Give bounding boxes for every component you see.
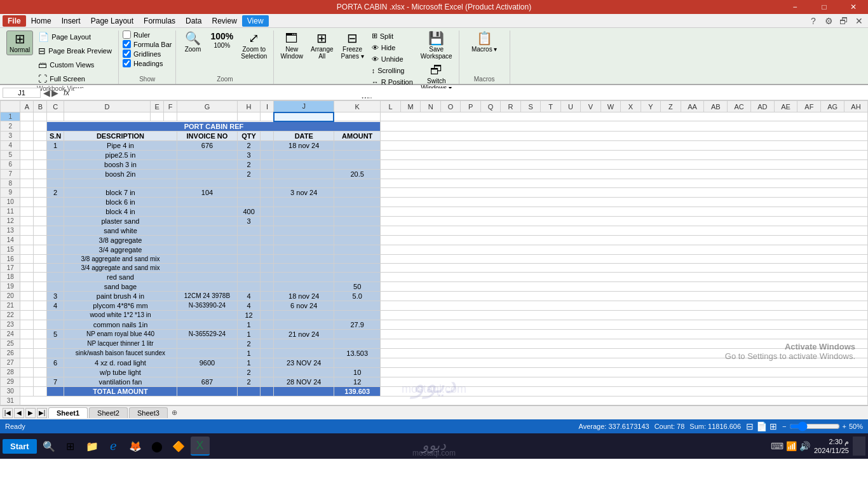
cell-a16[interactable] <box>20 254 34 263</box>
cell-b11[interactable] <box>34 207 47 216</box>
cell-rest-19[interactable] <box>381 281 868 291</box>
cell-rest-28[interactable] <box>381 367 868 377</box>
cell-h26[interactable]: 1 <box>237 348 261 358</box>
cell-g15[interactable] <box>177 245 237 254</box>
col-header-ae[interactable]: AE <box>774 101 797 112</box>
cell-date-header[interactable]: DATE <box>274 131 334 140</box>
cell-k30[interactable]: 139.603 <box>334 386 381 396</box>
col-header-p[interactable]: P <box>461 101 480 112</box>
cell-a10[interactable] <box>20 197 34 207</box>
taskbar-excel-icon[interactable]: X <box>191 437 210 456</box>
cell-h4[interactable]: 2 <box>237 140 261 150</box>
zoom-100-button[interactable]: 100% 100% <box>208 30 236 50</box>
cell-sn-header[interactable]: S.N <box>47 131 64 140</box>
zoom-in-btn[interactable]: + <box>843 423 846 430</box>
cell-rest-18[interactable] <box>381 272 868 281</box>
cell-g23[interactable] <box>177 320 237 329</box>
col-header-af[interactable]: AF <box>797 101 821 112</box>
normal-view-btn[interactable]: ⊟ <box>746 421 754 431</box>
cell-b9[interactable] <box>34 187 47 197</box>
row-num-20[interactable]: 20 <box>1 291 20 301</box>
cell-a2[interactable] <box>20 121 34 132</box>
cell-g12[interactable] <box>177 216 237 226</box>
cell-h30[interactable] <box>237 386 261 396</box>
cell-i27[interactable] <box>261 358 274 367</box>
minimize-button[interactable]: − <box>780 0 810 14</box>
page-break-button[interactable]: ⊟ Page Break Preview <box>36 44 114 57</box>
cell-a22[interactable] <box>20 310 34 320</box>
cell-c16[interactable] <box>47 254 64 263</box>
row-num-10[interactable]: 10 <box>1 197 20 207</box>
col-header-m[interactable]: M <box>400 101 420 112</box>
full-screen-button[interactable]: ⛶ Full Screen <box>36 72 114 85</box>
cell-g11[interactable] <box>177 207 237 216</box>
cell-a26[interactable] <box>20 348 34 358</box>
cell-d28[interactable]: w/p tube light <box>64 367 177 377</box>
row-num-9[interactable]: 9 <box>1 187 20 197</box>
cell-h25[interactable]: 2 <box>237 339 261 348</box>
cell-k16[interactable] <box>334 254 381 263</box>
cell-g28[interactable] <box>177 367 237 377</box>
menu-review[interactable]: Review <box>207 15 241 27</box>
gridlines-checkbox[interactable] <box>123 50 131 58</box>
cell-b24[interactable] <box>34 329 47 339</box>
cell-k23[interactable]: 27.9 <box>334 320 381 329</box>
cell-k7[interactable]: 20.5 <box>334 169 381 179</box>
cell-h21[interactable]: 4 <box>237 301 261 310</box>
cell-d26[interactable]: sink/wash baison faucet sundex <box>64 348 177 358</box>
col-header-ad[interactable]: AD <box>750 101 774 112</box>
cell-c27[interactable]: 6 <box>47 358 64 367</box>
normal-view-button[interactable]: ⊞ Normal <box>6 30 33 55</box>
sheet-close-icon[interactable]: ✕ <box>853 15 865 27</box>
cell-i7[interactable] <box>261 169 274 179</box>
cell-i5[interactable] <box>261 150 274 159</box>
options-icon[interactable]: ⚙ <box>822 15 835 27</box>
row-num-5[interactable]: 5 <box>1 150 20 159</box>
page-break-view-btn[interactable]: ⊞ <box>770 421 777 431</box>
row-num-25[interactable]: 25 <box>1 339 20 348</box>
cell-g19[interactable] <box>177 281 237 291</box>
cell-h16[interactable] <box>237 254 261 263</box>
cell-a30[interactable] <box>20 386 34 396</box>
cell-h6[interactable]: 2 <box>237 159 261 169</box>
close-button[interactable]: ✕ <box>839 0 868 14</box>
cell-a29[interactable] <box>20 377 34 386</box>
cell-a6[interactable] <box>20 159 34 169</box>
cell-d18[interactable]: red sand <box>64 272 177 281</box>
cell-rest-27[interactable] <box>381 358 868 367</box>
col-header-x[interactable]: X <box>621 101 641 112</box>
cell-k5[interactable] <box>334 150 381 159</box>
cell-k10[interactable] <box>334 197 381 207</box>
start-button[interactable]: Start <box>3 439 37 454</box>
cell-d24[interactable]: NP enam royal blue 440 <box>64 329 177 339</box>
row-num-22[interactable]: 22 <box>1 310 20 320</box>
cell-j18[interactable] <box>274 272 334 281</box>
cell-g26[interactable] <box>177 348 237 358</box>
cell-reference-input[interactable] <box>3 88 41 98</box>
cell-c28[interactable] <box>47 367 64 377</box>
cell-a28[interactable] <box>20 367 34 377</box>
cell-k27[interactable] <box>334 358 381 367</box>
cell-k21[interactable] <box>334 301 381 310</box>
cell-j22[interactable] <box>274 310 334 320</box>
cell-h8[interactable] <box>237 179 261 187</box>
row-num-2[interactable]: 2 <box>1 121 20 132</box>
cell-j16[interactable] <box>274 254 334 263</box>
cell-b4[interactable] <box>34 140 47 150</box>
sheet-tab-2[interactable]: Sheet2 <box>89 407 128 418</box>
cell-a27[interactable] <box>20 358 34 367</box>
row-num-26[interactable]: 26 <box>1 348 20 358</box>
cell-a4[interactable] <box>20 140 34 150</box>
cell-c11[interactable] <box>47 207 64 216</box>
zoom-slider[interactable] <box>789 421 840 431</box>
cell-b8[interactable] <box>34 179 47 187</box>
cell-j26[interactable] <box>274 348 334 358</box>
restore-icon[interactable]: 🗗 <box>837 15 850 27</box>
cell-rest-1[interactable] <box>381 112 868 121</box>
cell-rest-13[interactable] <box>381 226 868 235</box>
cell-a5[interactable] <box>20 150 34 159</box>
cell-a13[interactable] <box>20 226 34 235</box>
cell-c14[interactable] <box>47 235 64 245</box>
help-icon[interactable]: ? <box>807 15 820 27</box>
cell-c29[interactable]: 7 <box>47 377 64 386</box>
